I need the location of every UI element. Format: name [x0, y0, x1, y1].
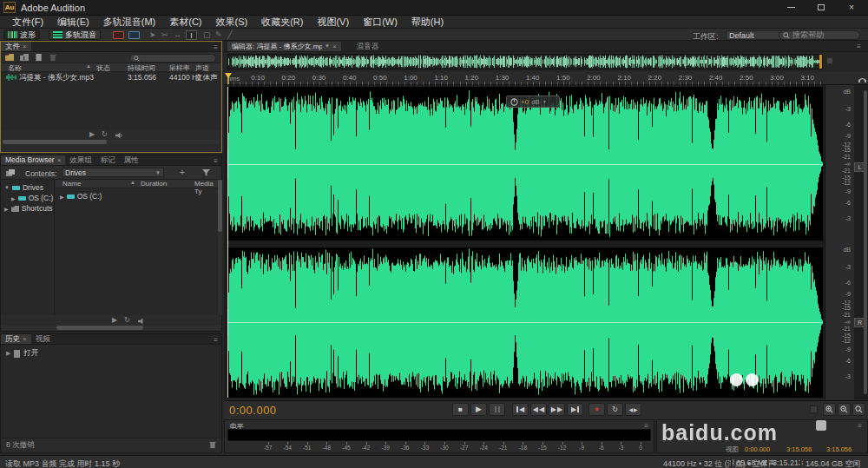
zoom-full-button[interactable] [852, 403, 865, 416]
maximize-button[interactable] [807, 0, 835, 16]
speaker-icon[interactable] [115, 132, 123, 139]
chevron-right-icon[interactable]: ▶ [11, 195, 16, 201]
menu-item-3[interactable]: 多轨混音(M) [96, 16, 163, 29]
navigator-end-handle[interactable] [819, 55, 822, 69]
col-name[interactable]: Name [62, 180, 81, 188]
folders-icon[interactable] [6, 169, 15, 176]
time-ruler[interactable]: hms 0:100:200:300:400:501:001:101:201:30… [224, 72, 868, 85]
playhead-handle[interactable] [225, 73, 232, 84]
pause-button[interactable] [489, 403, 505, 416]
menu-item-8[interactable]: 窗口(W) [356, 16, 404, 29]
zoom-reset-button[interactable] [810, 405, 818, 413]
navigator-zoom-box[interactable] [826, 57, 833, 64]
playhead-line[interactable] [227, 87, 228, 398]
view-start-value[interactable]: 0:00.000 [745, 445, 770, 453]
tab-editor[interactable]: 编辑器: 冯提莫 - 佛系少女.mp3 ▼ × [227, 42, 341, 51]
waveform-view-button[interactable]: 波形 [3, 30, 40, 40]
skip-to-end-button[interactable]: ▶ [567, 403, 583, 416]
loop-playback-button[interactable]: ↻ [607, 403, 623, 416]
files-search-input[interactable] [129, 54, 216, 63]
trash-icon[interactable] [49, 54, 56, 62]
brush-tool-icon[interactable]: ╱ [227, 30, 232, 39]
navigator-waveform[interactable] [228, 55, 822, 69]
time-selection-tool[interactable]: I [186, 30, 197, 40]
media-vscrollbar[interactable] [218, 180, 222, 315]
tab-properties[interactable]: 属性 [120, 155, 143, 165]
tab-history[interactable]: 历史× [1, 334, 31, 344]
contents-dropdown[interactable]: Drives ▼ [62, 168, 164, 177]
menu-item-2[interactable]: 编辑(E) [50, 16, 96, 29]
panel-menu-icon[interactable]: ≡ [214, 43, 218, 51]
menu-item-4[interactable]: 素材(C) [162, 16, 208, 29]
files-column-header[interactable]: 名称 ▲ 状态 持续时间 采样率 声道 [1, 63, 221, 72]
slip-tool-icon[interactable]: ↔ [174, 30, 181, 39]
stop-button[interactable]: ■ [452, 403, 469, 416]
tree-item-os-c[interactable]: ▶ OS (C:) [11, 194, 53, 202]
history-entry-open[interactable]: ▶ 打开 [6, 348, 38, 359]
fast-forward-button[interactable]: ▶▶ [549, 403, 565, 416]
filter-icon[interactable] [202, 169, 210, 176]
speaker-icon[interactable] [138, 318, 146, 325]
loop-icon[interactable]: ↻ [102, 130, 108, 138]
tab-mixer[interactable]: 混音器 [352, 42, 384, 51]
waveform-canvas[interactable] [227, 87, 823, 398]
preview-play-icon[interactable]: ▶ [112, 316, 117, 324]
chevron-down-icon[interactable]: ▼ [4, 185, 10, 190]
tab-media-browser[interactable]: Media Browser× [1, 155, 65, 165]
multitrack-view-button[interactable]: 多轨混音 [49, 30, 101, 40]
file-row[interactable]: 冯提莫 - 佛系少女.mp3 3:15.056 44100 Hz 立体声 [1, 72, 221, 82]
open-file-icon[interactable] [5, 54, 15, 62]
tree-item-shortcuts[interactable]: ▶ Shortcuts [4, 204, 53, 213]
zoom-out-button[interactable] [838, 403, 851, 416]
media-hscrollbar[interactable] [3, 326, 220, 330]
panel-menu-icon[interactable]: ≡ [857, 43, 861, 50]
editor-vscrollbar[interactable] [864, 90, 867, 394]
marquee-tool-icon[interactable]: ▢ [203, 30, 211, 39]
files-hscrollbar[interactable] [3, 140, 220, 144]
panel-menu-icon[interactable]: ≡ [858, 422, 862, 430]
time-display[interactable]: 0:00.000 [229, 404, 277, 417]
media-column-header[interactable]: Name ▲ Duration Media Ty [56, 180, 218, 188]
new-file-icon[interactable] [36, 54, 43, 62]
razor-tool-icon[interactable]: ✂ [161, 30, 168, 39]
chevron-right-icon[interactable]: ▶ [60, 194, 64, 200]
menu-item-9[interactable]: 帮助(H) [404, 16, 450, 29]
skip-selection-button[interactable]: ◀▶ [625, 403, 641, 416]
col-duration[interactable]: Duration [141, 180, 167, 188]
view-duration-value[interactable]: 3:15.056 [826, 445, 852, 453]
menu-item-1[interactable]: 文件(F) [5, 16, 50, 29]
close-icon[interactable]: × [23, 334, 27, 344]
show-waveform-icon[interactable] [113, 31, 124, 39]
tab-files[interactable]: 文件× [1, 42, 31, 51]
menu-item-7[interactable]: 视图(V) [310, 16, 356, 29]
tab-markers[interactable]: 标记 [96, 155, 120, 165]
loop-icon[interactable]: ↻ [124, 316, 130, 324]
add-shortcut-icon[interactable]: + [180, 168, 185, 177]
panel-menu-icon[interactable]: ≡ [214, 157, 218, 165]
zoom-in-button[interactable] [823, 403, 836, 416]
close-button[interactable]: × [838, 0, 865, 16]
close-icon[interactable]: × [57, 155, 62, 165]
import-file-icon[interactable] [20, 54, 30, 62]
tree-item-drives[interactable]: ▼ Drives [4, 183, 43, 192]
close-icon[interactable]: × [23, 42, 27, 51]
chevron-right-icon[interactable]: ▶ [4, 206, 9, 212]
tab-video[interactable]: 视频 [31, 334, 55, 344]
volume-hud[interactable]: +0 dB ▼ [506, 96, 560, 108]
preview-play-icon[interactable]: ▶ [89, 130, 95, 138]
col-media-type[interactable]: Media Ty [194, 180, 218, 195]
media-row-os-c[interactable]: ▶ OS (C:) [60, 192, 102, 201]
close-icon[interactable]: × [332, 42, 337, 51]
menu-item-5[interactable]: 效果(S) [209, 16, 255, 29]
chevron-down-icon[interactable]: ▼ [325, 42, 330, 51]
tab-effects-rack[interactable]: 效果组 [65, 155, 96, 165]
menu-item-6[interactable]: 收藏夹(R) [254, 16, 310, 29]
show-spectral-icon[interactable] [128, 31, 140, 39]
navigator-frame[interactable] [227, 54, 823, 69]
record-button[interactable]: ● [589, 403, 605, 416]
play-button[interactable]: ▶ [470, 403, 487, 416]
trash-icon[interactable] [209, 441, 216, 449]
panel-menu-icon[interactable]: ≡ [214, 336, 218, 344]
rewind-button[interactable]: ◀◀ [530, 403, 547, 416]
help-search-input[interactable]: 搜索帮助 [779, 30, 860, 40]
